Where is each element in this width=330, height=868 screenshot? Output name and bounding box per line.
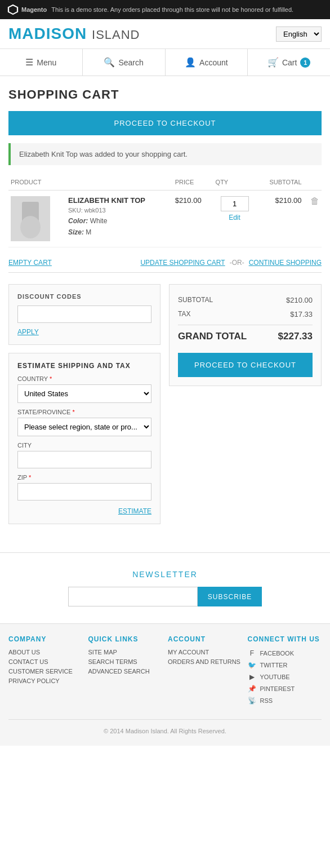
facebook-icon: f: [248, 649, 257, 658]
col-subtotal: SUBTOTAL: [256, 174, 304, 191]
product-image: [11, 196, 50, 241]
subscribe-button[interactable]: SUBSCRIBE: [198, 587, 262, 606]
table-row: ELIZABETH KNIT TOP SKU: wbk013 Color: Wh…: [8, 191, 322, 247]
page-title: SHOPPING CART: [8, 87, 322, 102]
col-qty: QTY: [213, 174, 256, 191]
zip-required: *: [29, 474, 31, 481]
update-cart-button[interactable]: UPDATE SHOPPING CART: [140, 259, 225, 267]
header: MADISON ISLAND English: [0, 19, 330, 49]
grand-value: $227.33: [278, 331, 313, 342]
state-label: STATE/PROVINCE *: [17, 409, 151, 415]
col-price: PRICE: [173, 174, 213, 191]
svg-point-2: [20, 216, 41, 238]
left-column: DISCOUNT CODES APPLY ESTIMATE SHIPPING A…: [8, 284, 160, 524]
cart-actions: EMPTY CART UPDATE SHOPPING CART -OR- CON…: [8, 253, 322, 273]
continue-shopping-button[interactable]: CONTINUE SHOPPING: [249, 259, 322, 267]
grand-total-row: GRAND TOTAL $227.33: [178, 325, 313, 345]
footer-twitter[interactable]: 🐦 TWITTER: [248, 661, 322, 670]
discount-box: DISCOUNT CODES APPLY: [8, 284, 160, 345]
product-color: Color: White: [68, 217, 171, 225]
discount-input[interactable]: [17, 305, 151, 323]
tax-value: $17.33: [290, 310, 313, 318]
state-select[interactable]: Please select region, state or pro...: [17, 418, 151, 436]
checkout-button-top[interactable]: PROCEED TO CHECKOUT: [8, 111, 322, 135]
estimate-box: ESTIMATE SHIPPING AND TAX COUNTRY * Unit…: [8, 353, 160, 524]
apply-discount-button[interactable]: APPLY: [17, 328, 39, 336]
menu-nav-item[interactable]: ☰ Menu: [0, 49, 83, 76]
footer-youtube[interactable]: ▶ YOUTUBE: [248, 672, 322, 681]
footer-customer-service[interactable]: CUSTOMER SERVICE: [8, 668, 83, 675]
delete-item-button[interactable]: 🗑: [304, 191, 322, 247]
cart-icon: 🛒: [267, 57, 279, 68]
main-content: SHOPPING CART PROCEED TO CHECKOUT Elizab…: [0, 76, 330, 552]
two-col-section: DISCOUNT CODES APPLY ESTIMATE SHIPPING A…: [8, 284, 322, 524]
cart-nav-item[interactable]: 🛒 Cart 1: [248, 49, 330, 76]
cart-actions-right: UPDATE SHOPPING CART -OR- CONTINUE SHOPP…: [140, 259, 322, 267]
edit-link[interactable]: Edit: [216, 214, 254, 222]
or-separator: -OR-: [230, 259, 244, 267]
grand-label: GRAND TOTAL: [178, 331, 247, 342]
qty-input[interactable]: [221, 196, 249, 211]
cart-table: PRODUCT PRICE QTY SUBTOTAL: [8, 174, 322, 247]
product-sku: SKU: wbk013: [68, 207, 171, 214]
youtube-icon: ▶: [248, 672, 257, 681]
subtotal-row: SUBTOTAL $210.00: [178, 293, 313, 307]
footer-site-map[interactable]: SITE MAP: [88, 649, 163, 656]
city-label: CITY: [17, 442, 151, 449]
account-nav-item[interactable]: 👤 Account: [166, 49, 248, 76]
cart-notice: Elizabeth Knit Top was added to your sho…: [8, 143, 322, 165]
brand-island: ISLAND: [92, 28, 140, 42]
footer-privacy-policy[interactable]: PRIVACY POLICY: [8, 677, 83, 684]
twitter-icon: 🐦: [248, 661, 257, 670]
account-icon: 👤: [185, 57, 196, 68]
footer-rss[interactable]: 📡 RSS: [248, 696, 322, 705]
rss-icon: 📡: [248, 696, 257, 705]
product-qty-cell: Edit: [213, 191, 256, 247]
product-size: Size: M: [68, 228, 171, 236]
demo-bar: Magento This is a demo store. Any orders…: [0, 0, 330, 19]
right-column: SUBTOTAL $210.00 TAX $17.33 GRAND TOTAL …: [169, 284, 322, 524]
footer-search-terms[interactable]: SEARCH TERMS: [88, 658, 163, 665]
footer-account-title: ACCOUNT: [168, 635, 242, 643]
menu-icon: ☰: [25, 57, 33, 68]
subtotal-value: $210.00: [286, 296, 313, 304]
footer-pinterest[interactable]: 📌 PINTEREST: [248, 684, 322, 693]
search-nav-item[interactable]: 🔍 Search: [83, 49, 166, 76]
city-input[interactable]: [17, 451, 151, 468]
discount-title: DISCOUNT CODES: [17, 293, 151, 300]
estimate-button[interactable]: ESTIMATE: [118, 507, 151, 515]
tax-label: TAX: [178, 310, 190, 318]
brand-madison: MADISON: [8, 25, 87, 42]
newsletter-email-input[interactable]: [68, 587, 198, 606]
footer-columns: COMPANY ABOUT US CONTACT US CUSTOMER SER…: [8, 635, 322, 708]
footer-social: CONNECT WITH US f FACEBOOK 🐦 TWITTER ▶ Y…: [248, 635, 322, 708]
footer-connect-title: CONNECT WITH US: [248, 635, 322, 643]
product-subtotal: $210.00: [256, 191, 304, 247]
newsletter-form: SUBSCRIBE: [8, 587, 322, 606]
footer-quick-links: QUICK LINKS SITE MAP SEARCH TERMS ADVANC…: [88, 635, 163, 708]
footer-orders-returns[interactable]: ORDERS AND RETURNS: [168, 658, 242, 665]
product-name: ELIZABETH KNIT TOP: [68, 196, 171, 205]
language-select[interactable]: English: [276, 26, 322, 42]
estimate-title: ESTIMATE SHIPPING AND TAX: [17, 362, 151, 370]
product-price: $210.00: [173, 191, 213, 247]
checkout-button-bottom[interactable]: PROCEED TO CHECKOUT: [178, 353, 313, 377]
cart-count-badge: 1: [300, 57, 310, 68]
footer-advanced-search[interactable]: ADVANCED SEARCH: [88, 668, 163, 675]
magento-logo: Magento: [7, 3, 47, 16]
footer-company: COMPANY ABOUT US CONTACT US CUSTOMER SER…: [8, 635, 83, 708]
col-product: PRODUCT: [8, 174, 173, 191]
footer-contact-us[interactable]: CONTACT US: [8, 658, 83, 665]
zip-input[interactable]: [17, 483, 151, 501]
subtotal-label: SUBTOTAL: [178, 296, 213, 304]
footer-about-us[interactable]: ABOUT US: [8, 649, 83, 656]
footer-account: ACCOUNT MY ACCOUNT ORDERS AND RETURNS: [168, 635, 242, 708]
search-icon: 🔍: [104, 57, 115, 68]
newsletter-section: NEWSLETTER SUBSCRIBE: [0, 552, 330, 623]
footer-facebook[interactable]: f FACEBOOK: [248, 649, 322, 658]
empty-cart-button[interactable]: EMPTY CART: [8, 259, 52, 267]
pinterest-icon: 📌: [248, 684, 257, 693]
tax-row: TAX $17.33: [178, 307, 313, 321]
country-select[interactable]: United States Canada United Kingdom: [17, 384, 151, 403]
footer-my-account[interactable]: MY ACCOUNT: [168, 649, 242, 656]
